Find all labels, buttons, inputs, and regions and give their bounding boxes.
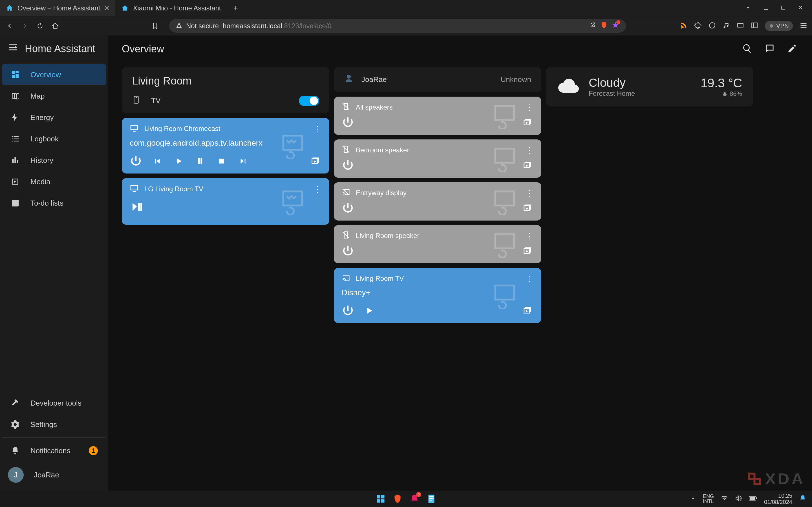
clock[interactable]: 10:25 01/08/2024 [764, 493, 792, 505]
sidebar-item-media[interactable]: Media [2, 171, 106, 192]
browser-tab-active[interactable]: Overview – Home Assistant ✕ [0, 0, 115, 16]
bookmark-button[interactable] [150, 21, 160, 31]
bell-icon [10, 446, 20, 456]
browse-media-button[interactable] [521, 304, 534, 317]
entity-row-tv[interactable]: TV [122, 91, 329, 113]
more-icon[interactable]: ⋮ [525, 146, 534, 155]
media-title: Entryway display [356, 189, 407, 197]
start-button[interactable] [374, 493, 387, 505]
sidebar-item-energy[interactable]: Energy [2, 107, 106, 128]
share-icon[interactable] [589, 22, 596, 30]
menu-icon[interactable] [800, 21, 808, 31]
menu-collapse-icon[interactable] [8, 42, 18, 55]
bedroom-speaker-card[interactable]: Bedroom speaker ⋮ [334, 139, 541, 178]
app-title: Home Assistant [25, 43, 95, 55]
extensions-icon[interactable] [695, 22, 702, 30]
more-icon[interactable]: ⋮ [525, 274, 534, 283]
toggle-switch[interactable] [299, 96, 319, 106]
stop-button[interactable] [215, 155, 228, 167]
power-button[interactable] [130, 155, 142, 167]
browse-media-button[interactable] [521, 202, 534, 214]
more-icon[interactable]: ⋮ [525, 188, 534, 198]
media-placeholder-icon [491, 187, 519, 216]
wallet-icon[interactable] [737, 22, 744, 30]
sidebar-item-settings[interactable]: Settings [2, 414, 106, 435]
brave-shields-icon[interactable] [600, 21, 608, 31]
forward-button[interactable] [20, 21, 30, 31]
sidebar-item-todo[interactable]: To-do lists [2, 192, 106, 214]
play-button[interactable] [363, 304, 375, 317]
living-room-speaker-card[interactable]: Living Room speaker ⋮ [334, 225, 541, 263]
brave-rewards-icon[interactable] [612, 21, 619, 31]
vpn-button[interactable]: VPN [765, 21, 793, 31]
notepad-taskbar-icon[interactable] [425, 493, 438, 505]
pause-button[interactable] [194, 155, 206, 167]
sidebar-item-user[interactable]: J JoaRae [2, 461, 106, 489]
browse-media-button[interactable] [521, 159, 534, 172]
more-icon[interactable]: ⋮ [313, 184, 321, 194]
play-pause-button[interactable] [130, 210, 143, 214]
sidebar-item-history[interactable]: History [2, 150, 106, 171]
more-icon[interactable]: ⋮ [313, 124, 321, 133]
windows-taskbar: 2 ENG INTL 10:25 01/08/2024 [0, 491, 812, 507]
home-button[interactable] [50, 21, 60, 31]
power-button[interactable] [342, 202, 354, 214]
weather-card[interactable]: Cloudy Forecast Home 19.3 °C 86% [546, 67, 753, 107]
sidebar-item-overview[interactable]: Overview [2, 64, 106, 86]
play-button[interactable] [172, 155, 185, 167]
back-button[interactable] [4, 21, 15, 31]
more-icon[interactable]: ⋮ [525, 103, 534, 112]
browse-media-button[interactable] [521, 116, 534, 129]
maximize-icon[interactable] [780, 5, 786, 11]
entryway-display-card[interactable]: Entryway display ⋮ [334, 182, 541, 221]
assist-icon[interactable] [765, 43, 776, 55]
more-icon[interactable]: ⋮ [525, 231, 534, 240]
power-button[interactable] [342, 245, 354, 257]
weather-temperature: 19.3 °C [701, 76, 742, 90]
speaker-off-icon [342, 102, 350, 112]
url-bar[interactable]: Not secure homeassistant.local:8123/love… [169, 19, 626, 33]
close-window-icon[interactable] [797, 4, 804, 12]
person-status: Unknown [501, 75, 531, 84]
sidebar-item-notifications[interactable]: Notifications 1 [2, 440, 106, 461]
lg-tv-card[interactable]: LG Living Room TV ⋮ [122, 178, 329, 225]
skip-previous-button[interactable] [151, 155, 163, 167]
living-room-tv-card[interactable]: Living Room TV ⋮ Disney+ [334, 268, 541, 323]
sidebar: Home Assistant Overview Map Energy Logbo… [0, 36, 108, 491]
power-button[interactable] [342, 159, 354, 172]
leo-icon[interactable] [709, 22, 716, 30]
browse-media-button[interactable] [309, 155, 321, 167]
tab-title: Overview – Home Assistant [17, 4, 100, 12]
language-indicator[interactable]: ENG INTL [703, 494, 714, 504]
search-icon[interactable] [742, 43, 753, 55]
app-taskbar-icon[interactable]: 2 [408, 493, 421, 505]
reload-button[interactable] [35, 21, 45, 31]
edit-icon[interactable] [787, 43, 799, 55]
person-card[interactable]: JoaRae Unknown [334, 67, 541, 92]
rss-icon[interactable] [680, 21, 688, 31]
skip-next-button[interactable] [237, 155, 249, 167]
music-icon[interactable] [723, 22, 730, 30]
power-button[interactable] [342, 116, 354, 129]
power-button[interactable] [342, 304, 354, 317]
tab-close-icon[interactable]: ✕ [104, 4, 110, 12]
browse-media-button[interactable] [521, 245, 534, 257]
wifi-icon[interactable] [721, 495, 728, 503]
notifications-tray-icon[interactable] [799, 495, 806, 503]
new-tab-button[interactable]: + [227, 0, 245, 16]
sidebar-item-map[interactable]: Map [2, 86, 106, 107]
battery-icon[interactable] [749, 496, 757, 503]
sidebar-header: Home Assistant [0, 36, 108, 62]
chromecast-card[interactable]: Living Room Chromecast ⋮ com.google.andr… [122, 118, 329, 173]
all-speakers-card[interactable]: All speakers ⋮ [334, 97, 541, 135]
tabs-dropdown-icon[interactable] [745, 4, 752, 12]
sidebar-item-logbook[interactable]: Logbook [2, 128, 106, 150]
sidebar-icon[interactable] [751, 22, 758, 30]
brave-taskbar-icon[interactable] [391, 493, 404, 505]
svg-rect-4 [750, 497, 755, 500]
tray-chevron-icon[interactable] [690, 495, 696, 503]
volume-icon[interactable] [735, 495, 742, 503]
browser-tab[interactable]: Xiaomi Miio - Home Assistant [115, 0, 226, 16]
sidebar-item-developer-tools[interactable]: Developer tools [2, 392, 106, 414]
minimize-icon[interactable] [763, 4, 769, 12]
